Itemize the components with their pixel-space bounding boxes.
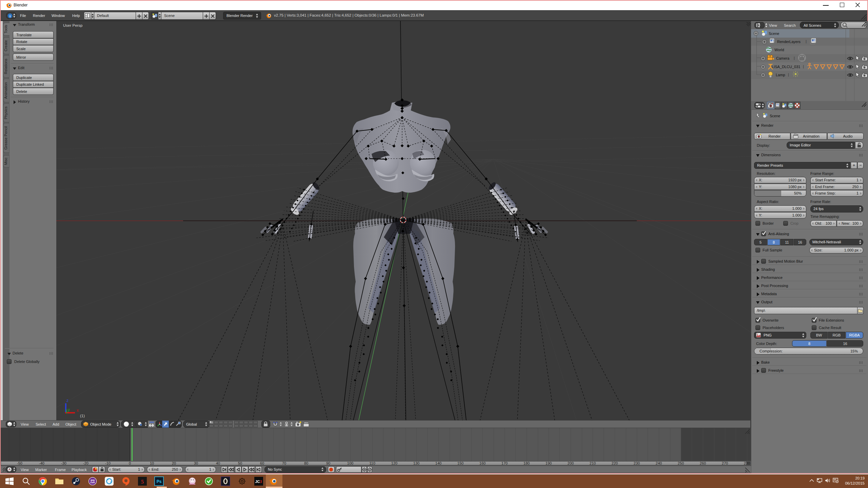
svg-text:Ps: Ps	[157, 479, 162, 484]
svg-text:User Persp: User Persp	[63, 23, 83, 27]
svg-text:x: x	[77, 408, 79, 413]
svg-text:y: y	[68, 407, 70, 412]
svg-text:z: z	[66, 398, 68, 403]
svg-text:i: i	[9, 14, 11, 18]
svg-text:JC3: JC3	[255, 480, 262, 484]
svg-text:com: com	[90, 481, 95, 484]
svg-text:5: 5	[141, 479, 144, 485]
svg-text:(1): (1)	[80, 414, 85, 418]
